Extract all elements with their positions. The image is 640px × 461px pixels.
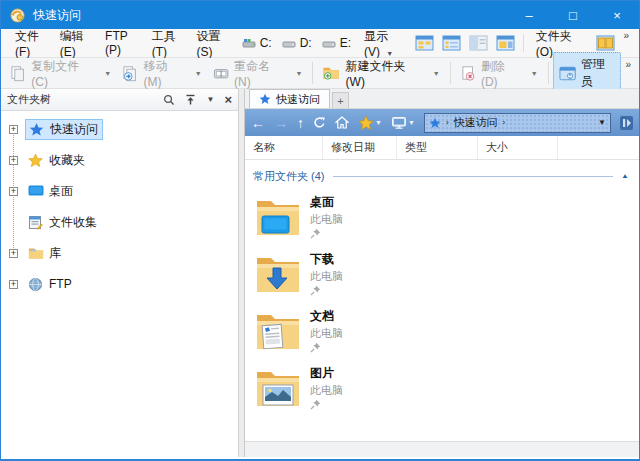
column-name[interactable]: 名称 — [245, 136, 323, 159]
sidebar-item-label: 收藏夹 — [49, 152, 85, 169]
group-header[interactable]: 常用文件夹 (4) ▲ — [253, 169, 629, 184]
search-icon — [163, 94, 175, 106]
favorites-button[interactable]: ▼ — [358, 115, 382, 131]
toolbar-separator — [548, 62, 549, 84]
sidebar-item-libraries[interactable]: + 库 — [5, 243, 238, 263]
breadcrumb[interactable]: › 快速访问 › ▼ — [424, 113, 611, 133]
refresh-icon — [313, 116, 326, 129]
dual-pane-icon — [596, 35, 615, 51]
delete-dropdown[interactable]: ▼ — [525, 67, 544, 80]
favorites-star-icon — [358, 115, 374, 131]
view-details-button[interactable] — [438, 33, 465, 53]
library-folder-icon — [27, 245, 44, 261]
file-name: 文档 — [310, 308, 343, 325]
computer-button[interactable]: ▼ — [391, 116, 415, 130]
sidebar-item-desktop[interactable]: + 桌面 — [5, 181, 238, 201]
file-item-pictures[interactable]: 图片 此电脑 — [245, 359, 485, 416]
view-tiles-button[interactable] — [492, 33, 519, 53]
sidebar-dropdown-button[interactable]: ▼ — [206, 95, 214, 104]
admin-button[interactable]: 管理员 — [553, 52, 622, 94]
drive-c-icon — [242, 38, 256, 48]
history-pane-button[interactable] — [620, 116, 633, 130]
copy-files-label: 复制文件(C) — [31, 58, 93, 89]
expand-icon[interactable]: + — [9, 156, 18, 165]
rename-button[interactable]: 重命名(N) — [208, 55, 290, 92]
expand-icon[interactable]: + — [9, 280, 18, 289]
column-headers: 名称 修改日期 类型 大小 — [245, 136, 639, 160]
sidebar-item-label: FTP — [49, 277, 72, 291]
breadcrumb-segment[interactable]: 快速访问 — [454, 115, 498, 130]
file-item-desktop[interactable]: 桌面 此电脑 — [245, 188, 485, 245]
pin-icon — [310, 342, 343, 354]
delete-button[interactable]: 删除(D) — [455, 55, 525, 92]
breadcrumb-dropdown[interactable]: ▼ — [598, 118, 606, 127]
horizontal-scrollbar[interactable] — [245, 441, 639, 457]
view-list-button[interactable] — [465, 33, 492, 53]
desktop-folder-icon — [255, 197, 301, 237]
dual-pane-button[interactable] — [592, 33, 619, 53]
back-button[interactable]: ← — [251, 116, 265, 130]
tab-star-icon — [259, 93, 271, 105]
toolbar-overflow-button[interactable]: » — [621, 58, 635, 71]
drive-d-label: D: — [300, 36, 312, 50]
new-folder-button[interactable]: 新建文件夹(W) — [317, 55, 426, 92]
drive-c-button[interactable]: C: — [237, 33, 277, 53]
file-collection-icon — [27, 214, 44, 230]
drive-d-icon — [282, 38, 296, 48]
column-size[interactable]: 大小 — [478, 136, 558, 159]
rename-icon — [213, 66, 229, 81]
sidebar-item-favorites[interactable]: + 收藏夹 — [5, 150, 238, 170]
drive-e-button[interactable]: E: — [317, 33, 356, 53]
file-location: 此电脑 — [310, 383, 343, 398]
copy-files-button[interactable]: 复制文件(C) — [5, 55, 98, 92]
column-type[interactable]: 类型 — [397, 136, 478, 159]
home-button[interactable] — [335, 116, 349, 129]
view-large-icons-icon — [415, 35, 434, 51]
toolbar-separator — [450, 62, 451, 84]
crumb-separator-icon: › — [446, 118, 449, 127]
window-title: 快速访问 — [33, 7, 81, 24]
new-folder-icon — [322, 65, 340, 81]
sidebar-collapse-top-button[interactable] — [185, 94, 196, 106]
refresh-button[interactable] — [313, 116, 326, 129]
chevron-down-icon: ▼ — [408, 119, 415, 126]
tab-quick-access[interactable]: 快速访问 — [249, 89, 330, 108]
expand-icon[interactable]: + — [9, 187, 18, 196]
copy-dropdown[interactable]: ▼ — [98, 67, 117, 80]
move-dropdown[interactable]: ▼ — [189, 67, 208, 80]
menubar-separator — [523, 34, 524, 52]
admin-icon — [559, 66, 576, 81]
move-button[interactable]: 移动(M) — [117, 55, 189, 92]
menubar-overflow-button[interactable]: » — [619, 29, 633, 42]
forward-button[interactable]: → — [274, 116, 288, 130]
expand-icon[interactable]: + — [9, 249, 18, 258]
sidebar-item-quick-access[interactable]: + 快速访问 — [5, 119, 238, 139]
expand-icon[interactable]: + — [9, 125, 18, 134]
pin-icon — [310, 228, 343, 240]
file-item-downloads[interactable]: 下载 此电脑 — [245, 245, 485, 302]
column-filler — [558, 136, 639, 159]
drive-c-label: C: — [260, 36, 272, 50]
drive-d-button[interactable]: D: — [277, 33, 317, 53]
sidebar-item-label: 桌面 — [49, 183, 73, 200]
sidebar-item-file-collection[interactable]: 文件收集 — [5, 212, 238, 232]
pictures-folder-icon — [255, 368, 301, 408]
pin-icon — [310, 285, 343, 297]
folder-tree: + 快速访问 + 收藏夹 + — [1, 111, 238, 294]
collapse-group-icon[interactable]: ▲ — [621, 173, 629, 180]
new-tab-button[interactable]: + — [332, 92, 349, 108]
rename-dropdown[interactable]: ▼ — [289, 67, 308, 80]
file-location: 此电脑 — [310, 269, 343, 284]
close-button[interactable]: × — [595, 1, 639, 29]
new-folder-dropdown[interactable]: ▼ — [427, 67, 446, 80]
file-item-documents[interactable]: 文档 此电脑 — [245, 302, 485, 359]
sidebar-close-button[interactable]: × — [224, 92, 232, 107]
up-button[interactable]: ↑ — [297, 116, 304, 130]
view-large-icons-button[interactable] — [411, 33, 438, 53]
sidebar-item-ftp[interactable]: + FTP — [5, 274, 238, 294]
admin-label: 管理员 — [581, 56, 615, 90]
column-date-modified[interactable]: 修改日期 — [323, 136, 397, 159]
sidebar-search-button[interactable] — [163, 94, 175, 106]
app-logo-icon — [10, 8, 25, 23]
move-label: 移动(M) — [144, 58, 184, 89]
